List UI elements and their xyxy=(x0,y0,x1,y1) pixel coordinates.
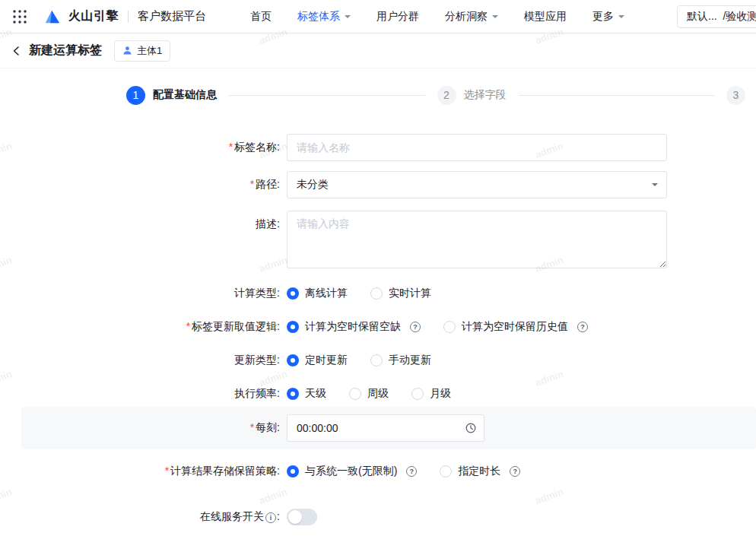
info-icon[interactable]: i xyxy=(265,512,276,523)
radio-unselected-icon xyxy=(440,465,452,477)
step-1-label: 配置基础信息 xyxy=(153,88,217,102)
nav-item-label: 模型应用 xyxy=(524,10,567,24)
radio-weekly[interactable]: 周级 xyxy=(349,387,389,401)
required-mark: * xyxy=(229,141,233,153)
clock-icon[interactable] xyxy=(465,422,477,434)
retention-radio-group: 与系统一致(无限制) ? 指定时长 ? xyxy=(287,465,667,478)
empty-value-logic-radio-group: 计算为空时保留空缺 ? 计算为空时保留历史值 ? xyxy=(287,320,667,334)
step-3-indicator: 3 xyxy=(726,86,745,105)
required-mark: * xyxy=(250,178,254,190)
form-row-path: *路径: 未分类 xyxy=(0,171,756,198)
path-label: *路径: xyxy=(0,178,287,192)
radio-specified-duration[interactable]: 指定时长 ? xyxy=(440,465,520,478)
calc-type-radio-group: 离线计算 实时计算 xyxy=(287,287,667,300)
daily-time-band: *每刻: xyxy=(0,407,756,449)
nav-item-tag-system[interactable]: 标签体系 xyxy=(297,10,351,24)
description-label: 描述: xyxy=(0,211,287,231)
calc-type-label: 计算类型: xyxy=(0,287,287,300)
radio-label: 计算为空时保留空缺 xyxy=(305,320,401,334)
form-row-calc-type: 计算类型: 离线计算 实时计算 xyxy=(0,287,756,300)
radio-unselected-icon xyxy=(443,321,456,333)
online-service-colon: : xyxy=(277,510,280,522)
radio-unselected-icon xyxy=(370,354,383,366)
radio-scheduled-update[interactable]: 定时更新 xyxy=(287,354,348,367)
description-label-text: 描述: xyxy=(256,217,280,230)
radio-label: 实时计算 xyxy=(389,287,431,300)
step-connector xyxy=(519,95,715,96)
radio-label: 天级 xyxy=(305,387,326,401)
help-icon[interactable]: ? xyxy=(577,322,588,332)
empty-value-logic-label-text: 标签更新取值逻辑: xyxy=(192,320,280,332)
online-service-label: 在线服务开关i: xyxy=(0,510,287,524)
form-row-tag-name: *标签名称: xyxy=(0,134,756,161)
tag-name-label: *标签名称: xyxy=(0,141,287,154)
brand-name: 火山引擎 xyxy=(68,8,119,24)
nav-item-label: 标签体系 xyxy=(297,10,340,24)
empty-value-logic-label: *标签更新取值逻辑: xyxy=(0,320,287,334)
radio-label: 指定时长 xyxy=(458,465,500,478)
volcengine-logo-icon xyxy=(43,7,62,27)
nav-item-model-app[interactable]: 模型应用 xyxy=(524,10,567,24)
update-type-label: 更新类型: xyxy=(0,354,287,367)
daily-time-input[interactable] xyxy=(287,414,484,442)
nav-item-more[interactable]: 更多 xyxy=(592,10,624,24)
radio-monthly[interactable]: 月级 xyxy=(411,387,451,401)
tag-name-input[interactable] xyxy=(287,134,667,161)
back-button[interactable] xyxy=(9,43,24,59)
tag-config-form: *标签名称: *路径: 未分类 描述: 计算类型: 离线计算 xyxy=(0,134,756,525)
help-icon[interactable]: ? xyxy=(410,322,421,332)
radio-manual-update[interactable]: 手动更新 xyxy=(370,354,431,367)
tag-name-label-text: 标签名称: xyxy=(234,141,280,153)
radio-daily[interactable]: 天级 xyxy=(287,387,326,401)
page-title: 新建运算标签 xyxy=(29,43,102,59)
step-connector xyxy=(229,95,425,96)
entity-badge[interactable]: 主体1 xyxy=(114,40,170,62)
nav-item-analysis-insight[interactable]: 分析洞察 xyxy=(445,10,498,24)
entity-badge-label: 主体1 xyxy=(137,44,162,58)
radio-offline-calc[interactable]: 离线计算 xyxy=(287,287,348,300)
update-type-label-text: 更新类型: xyxy=(234,354,280,366)
radio-label: 计算为空时保留历史值 xyxy=(462,320,568,334)
radio-selected-icon xyxy=(287,388,299,400)
radio-same-as-system[interactable]: 与系统一致(无限制) ? xyxy=(287,465,417,478)
nav-menu: 首页 标签体系 用户分群 分析洞察 模型应用 更多 xyxy=(250,10,624,24)
online-service-toggle[interactable] xyxy=(287,509,317,525)
nav-item-home[interactable]: 首页 xyxy=(250,10,272,24)
radio-label: 周级 xyxy=(367,387,389,401)
radio-selected-icon xyxy=(287,354,299,366)
frequency-label: 执行频率: xyxy=(0,387,287,401)
radio-selected-icon xyxy=(287,287,299,300)
calc-type-label-text: 计算类型: xyxy=(234,287,280,299)
nav-item-user-segments[interactable]: 用户分群 xyxy=(376,10,419,24)
step-2-indicator: 2 xyxy=(437,86,456,105)
daily-time-label-text: 每刻: xyxy=(256,421,280,433)
form-row-online-service: 在线服务开关i: xyxy=(0,509,756,525)
radio-keep-history[interactable]: 计算为空时保留历史值 ? xyxy=(443,320,588,334)
retention-label: *计算结果存储保留策略: xyxy=(0,465,287,478)
radio-realtime-calc[interactable]: 实时计算 xyxy=(370,287,431,300)
chevron-down-icon xyxy=(492,15,498,21)
environment-selector[interactable]: 默认... /验收测 xyxy=(677,5,756,28)
radio-keep-empty[interactable]: 计算为空时保留空缺 ? xyxy=(287,320,421,334)
radio-unselected-icon xyxy=(370,287,383,300)
chevron-left-icon xyxy=(11,46,22,56)
radio-label: 月级 xyxy=(430,387,451,401)
description-textarea[interactable] xyxy=(287,211,667,268)
daily-time-label: *每刻: xyxy=(0,421,287,435)
form-row-empty-value-logic: *标签更新取值逻辑: 计算为空时保留空缺 ? 计算为空时保留历史值 ? xyxy=(0,320,756,334)
radio-label: 与系统一致(无限制) xyxy=(305,465,397,478)
help-icon[interactable]: ? xyxy=(510,466,520,477)
form-row-description: 描述: xyxy=(0,211,756,268)
top-nav: 火山引擎 客户数据平台 首页 标签体系 用户分群 分析洞察 模型应用 更多 默认… xyxy=(0,0,756,33)
user-icon xyxy=(122,46,132,56)
chevron-down-icon xyxy=(618,15,624,21)
step-1-indicator: 1 xyxy=(126,86,145,105)
frequency-radio-group: 天级 周级 月级 xyxy=(287,387,667,401)
chevron-down-icon xyxy=(652,183,658,189)
path-select[interactable]: 未分类 xyxy=(287,171,667,198)
help-icon[interactable]: ? xyxy=(406,466,417,477)
step-2-label: 选择字段 xyxy=(464,88,507,102)
update-type-radio-group: 定时更新 手动更新 xyxy=(287,354,667,367)
app-launcher-icon[interactable] xyxy=(12,9,27,24)
retention-label-text: 计算结果存储保留策略: xyxy=(170,465,280,477)
